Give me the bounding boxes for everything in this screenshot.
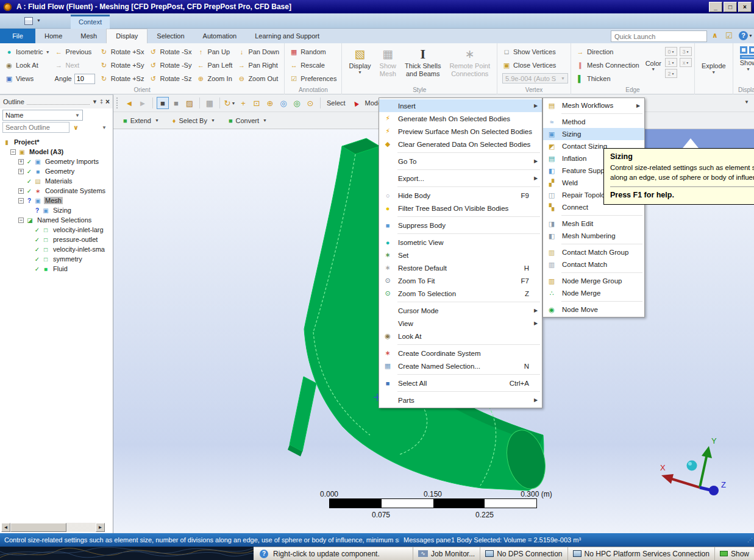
zoom-in-out-icon[interactable]: ⊕ <box>264 97 276 109</box>
isometric-button[interactable]: ●Isometric▼ <box>2 45 52 58</box>
outline-hscrollbar[interactable]: ◄ ► <box>1 523 105 532</box>
triad-z-label[interactable]: Z <box>721 480 726 489</box>
context-menu-item-set[interactable]: ∗Set <box>379 249 542 261</box>
zoom-next-icon[interactable]: ► <box>137 97 149 109</box>
context-menu-item-filter-tree-based-on-visible-bodies[interactable]: ●Filter Tree Based On Visible Bodies <box>379 202 542 214</box>
convert-button[interactable]: ■Convert▼ <box>229 117 267 124</box>
display-button[interactable]: ▧Display▼ <box>344 45 375 85</box>
direction-button[interactable]: →Direction <box>574 45 642 58</box>
insert-submenu-item-contact-match-group[interactable]: ▥Contact Match Group <box>543 246 644 258</box>
zoom-in-button[interactable]: ⊕Zoom In <box>194 72 235 85</box>
tree-item-pressure-outlet[interactable]: ✓□pressure-outlet <box>0 235 113 244</box>
pan-left-button[interactable]: ←Pan Left <box>194 58 235 72</box>
context-menu-item-cursor-mode[interactable]: Cursor Mode▶ <box>379 304 542 317</box>
tree-item-geometry[interactable]: +✓■Geometry <box>0 166 113 176</box>
show-vertices-button[interactable]: □Show Vertices <box>500 45 568 58</box>
toolbar-overflow-icon[interactable]: ▼ <box>744 99 749 105</box>
zoom-box-icon[interactable]: ⊡ <box>251 97 263 109</box>
rescale-button[interactable]: ↔Rescale <box>287 58 339 72</box>
pan-icon[interactable]: + <box>237 97 249 109</box>
tree-item-model-a3[interactable]: −▣Model (A3) <box>0 147 113 157</box>
pan-down-button[interactable]: ↓Pan Down <box>235 45 282 58</box>
collapse-icon[interactable]: − <box>18 218 24 223</box>
tree-item-sizing[interactable]: ?▣Sizing <box>0 205 113 215</box>
search-expand-icon[interactable]: ∨ <box>73 124 79 132</box>
search-options-icon[interactable]: ▼ <box>102 125 107 130</box>
expand-icon[interactable]: + <box>18 169 24 174</box>
collapse-ribbon-icon[interactable]: ∧ <box>712 31 718 40</box>
previous-button[interactable]: ←Previous <box>52 45 98 58</box>
maximize-button[interactable]: □ <box>724 2 737 12</box>
context-menu-item-preview-surface-mesh-on-selected-bodies[interactable]: ⚡Preview Surface Mesh On Selected Bodies <box>379 125 542 138</box>
vertex-size-dropdown[interactable]: 5.9e-004 (Auto S▼ <box>502 73 568 83</box>
triad-x-label[interactable]: X <box>660 463 666 472</box>
context-menu-item-hide-body[interactable]: ○Hide BodyF9 <box>379 189 542 202</box>
no-hpc-platform-services-connection-button[interactable]: No HPC Platform Services Connection <box>567 547 714 560</box>
rotate-sx-button[interactable]: ↻Rotate +Sx <box>98 45 147 58</box>
pin-icon[interactable]: ‡ <box>100 99 103 105</box>
cube-rotate-icon[interactable]: ▨ <box>183 97 196 109</box>
show-button[interactable]: Show <box>714 547 754 560</box>
grid-icon[interactable]: ▦ <box>204 97 216 109</box>
context-menu-item-export[interactable]: Export...▶ <box>379 172 542 185</box>
job-monitor-button[interactable]: ∿Job Monitor... <box>413 547 480 560</box>
tree-item-coordinate-systems[interactable]: +✓∗Coordinate Systems <box>0 186 113 196</box>
quick-launch-input[interactable] <box>611 30 707 42</box>
save-icon[interactable] <box>24 17 33 25</box>
box-select-cube-icon[interactable]: ■ <box>170 97 182 109</box>
insert-submenu-item-contact-match[interactable]: ▥Contact Match <box>543 258 644 271</box>
look-at-button[interactable]: ◉Look At <box>2 58 52 72</box>
insert-submenu-item-node-merge-group[interactable]: ▥Node Merge Group <box>543 275 644 287</box>
single-select-cube-icon[interactable]: ■ <box>157 97 169 109</box>
tree-item-velocity-inlet-sma[interactable]: ✓□velocity-inlet-sma <box>0 244 113 254</box>
rotate-sy-button[interactable]: ↻Rotate +Sy <box>98 58 147 72</box>
context-menu-item-insert[interactable]: Insert▶ <box>379 99 542 112</box>
scroll-right-icon[interactable]: ► <box>96 523 105 532</box>
context-menu-item-look-at[interactable]: ◉Look At <box>379 330 542 342</box>
zoom-fit-icon[interactable]: ◎ <box>277 97 290 109</box>
collapse-icon[interactable]: − <box>18 198 24 204</box>
context-menu-item-zoom-to-selection[interactable]: ⊙Zoom To SelectionZ <box>379 287 542 300</box>
context-menu-item-clear-generated-data-on-selected-bodies[interactable]: ◆Clear Generated Data On Selected Bodies <box>379 138 542 151</box>
expand-icon[interactable]: + <box>18 188 24 194</box>
tab-file[interactable]: File <box>0 29 35 43</box>
insert-submenu-item-sizing[interactable]: ▣Sizing <box>543 128 644 140</box>
extend-button[interactable]: ■Extend▼ <box>123 117 159 124</box>
help-icon[interactable]: ? <box>739 31 748 40</box>
insert-submenu-item-mesh-workflows[interactable]: ▤Mesh Workflows▶ <box>543 99 644 112</box>
thicken-button[interactable]: ▌Thicken <box>574 72 642 85</box>
tab-home[interactable]: Home <box>35 29 71 43</box>
preferences-button[interactable]: ☑Preferences <box>287 72 339 85</box>
zoom-magnify-icon[interactable]: ⊙ <box>304 97 316 109</box>
tab-learning-and-support[interactable]: Learning and Support <box>246 29 329 43</box>
context-menu-item-view[interactable]: View▶ <box>379 317 542 330</box>
collapse-icon[interactable]: − <box>10 149 16 155</box>
insert-submenu-item-node-merge[interactable]: ∴Node Merge <box>543 287 644 299</box>
random-button[interactable]: ▦Random <box>287 45 339 58</box>
context-menu-item-zoom-to-fit[interactable]: ⊙Zoom To FitF7 <box>379 274 542 287</box>
triad-y-label[interactable]: Y <box>711 436 717 445</box>
insert-submenu-item-node-move[interactable]: ◉Node Move <box>543 303 644 316</box>
color-button[interactable]: Color▼ <box>642 45 665 85</box>
context-menu-item-isometric-view[interactable]: ●Isometric View <box>379 236 542 249</box>
tree-item-geometry-imports[interactable]: +✓▣Geometry Imports <box>0 157 113 166</box>
pan-right-button[interactable]: →Pan Right <box>235 58 282 72</box>
outline-filter-dropdown[interactable]: Name ▼ <box>2 110 83 121</box>
tree-item-materials[interactable]: ✓▤Materials <box>0 176 113 186</box>
messages-pane-link[interactable]: Messages pane <box>404 533 451 547</box>
help-dropdown-icon[interactable]: ▼ <box>749 34 753 38</box>
zoom-previous-icon[interactable]: ◄ <box>123 97 135 109</box>
search-outline-input[interactable] <box>2 122 69 133</box>
orientation-triad[interactable]: X Y Z <box>655 427 734 497</box>
context-menu-item-suppress-body[interactable]: ■Suppress Body <box>379 219 542 232</box>
rotate-sy-button[interactable]: ↺Rotate -Sy <box>146 58 194 72</box>
context-menu-item-create-coordinate-system[interactable]: ∗Create Coordinate System <box>379 347 542 360</box>
tree-item-mesh[interactable]: −?▣Mesh <box>0 196 113 205</box>
mode-cursor-icon[interactable]: ▲ <box>347 94 364 112</box>
tree-item-velocity-inlet-larg[interactable]: ✓□velocity-inlet-larg <box>0 225 113 235</box>
tab-automation[interactable]: Automation <box>194 29 246 43</box>
outline-dropdown-icon[interactable]: ▼ <box>92 99 98 105</box>
context-menu-item-select-all[interactable]: ■Select AllCtrl+A <box>379 377 542 389</box>
rotate-sz-button[interactable]: ↺Rotate -Sz <box>146 72 194 85</box>
context-menu-item-parts[interactable]: Parts▶ <box>379 394 542 406</box>
